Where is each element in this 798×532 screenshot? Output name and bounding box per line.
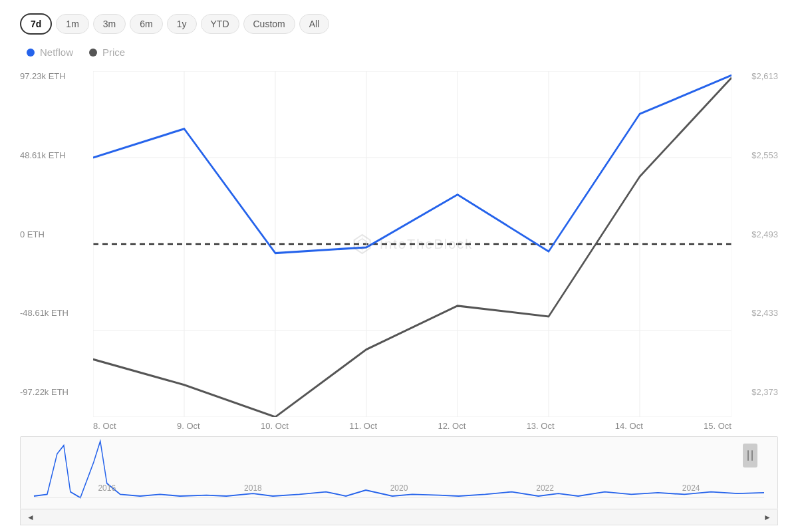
price-label: Price bbox=[102, 47, 125, 58]
x-label-7: 15. Oct bbox=[704, 421, 732, 431]
next-button[interactable]: ► bbox=[757, 509, 777, 525]
y-left-3: -48.61k ETH bbox=[20, 308, 86, 318]
x-label-2: 10. Oct bbox=[261, 421, 289, 431]
netflow-label: Netflow bbox=[40, 47, 73, 58]
x-label-0: 8. Oct bbox=[93, 421, 116, 431]
filter-1y[interactable]: 1y bbox=[167, 14, 197, 34]
legend-price: Price bbox=[89, 47, 125, 58]
filter-custom[interactable]: Custom bbox=[243, 14, 295, 34]
chart-svg-area: IntoTheBlock bbox=[93, 71, 732, 417]
filter-6m[interactable]: 6m bbox=[130, 14, 162, 34]
time-filter-bar: 7d 1m 3m 6m 1y YTD Custom All bbox=[20, 13, 778, 35]
y-left-1: 48.61k ETH bbox=[20, 150, 86, 160]
legend-netflow: Netflow bbox=[27, 47, 73, 58]
y-left-2: 0 ETH bbox=[20, 229, 86, 239]
y-left-4: -97.22k ETH bbox=[20, 387, 86, 397]
chart-legend: Netflow Price bbox=[20, 47, 778, 58]
main-chart: 97.23k ETH 48.61k ETH 0 ETH -48.61k ETH … bbox=[20, 71, 778, 417]
x-label-4: 12. Oct bbox=[438, 421, 466, 431]
y-right-0: $2,613 bbox=[738, 71, 778, 81]
price-dot bbox=[89, 49, 97, 57]
x-label-5: 13. Oct bbox=[527, 421, 555, 431]
filter-ytd[interactable]: YTD bbox=[201, 14, 239, 34]
chart-area: 97.23k ETH 48.61k ETH 0 ETH -48.61k ETH … bbox=[20, 71, 778, 525]
y-axis-left: 97.23k ETH 48.61k ETH 0 ETH -48.61k ETH … bbox=[20, 71, 93, 417]
netflow-dot bbox=[27, 49, 35, 57]
filter-all[interactable]: All bbox=[299, 14, 330, 34]
y-axis-right: $2,613 $2,553 $2,493 $2,433 $2,373 bbox=[732, 71, 778, 417]
mini-chart-scroll-handle[interactable] bbox=[743, 444, 757, 467]
nav-bar: ◄ ► bbox=[20, 509, 778, 525]
y-right-3: $2,433 bbox=[738, 308, 778, 318]
x-label-3: 11. Oct bbox=[349, 421, 377, 431]
filter-1m[interactable]: 1m bbox=[56, 14, 88, 34]
y-right-4: $2,373 bbox=[738, 387, 778, 397]
y-right-2: $2,493 bbox=[738, 229, 778, 239]
y-right-1: $2,553 bbox=[738, 150, 778, 160]
x-axis: 8. Oct 9. Oct 10. Oct 11. Oct 12. Oct 13… bbox=[93, 417, 732, 431]
mini-chart[interactable]: 2016 2018 2020 2022 2024 bbox=[20, 436, 778, 509]
prev-button[interactable]: ◄ bbox=[21, 509, 41, 525]
filter-3m[interactable]: 3m bbox=[93, 14, 126, 34]
filter-7d[interactable]: 7d bbox=[20, 13, 52, 35]
y-left-0: 97.23k ETH bbox=[20, 71, 86, 81]
x-label-6: 14. Oct bbox=[615, 421, 643, 431]
x-label-1: 9. Oct bbox=[177, 421, 200, 431]
